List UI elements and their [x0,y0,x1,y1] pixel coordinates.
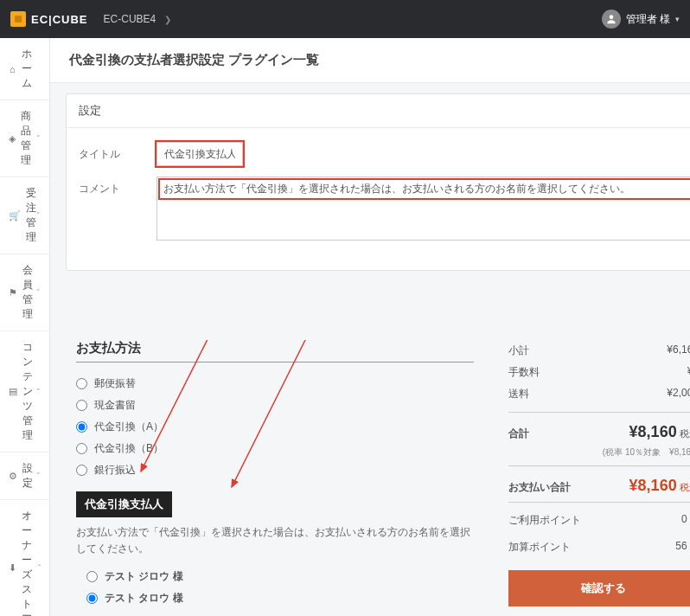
settings-panel: 設定 ▴ タイトル コメント お支 [66,93,690,271]
subtotal-val: ¥6,160 [667,343,690,358]
chevron-icon: ˅ [36,134,41,143]
payer-title-band: 代金引換支払人 [76,491,172,517]
svg-point-0 [609,15,613,19]
sidebar-icon: ▤ [9,386,17,397]
payer-option-1[interactable]: テスト タロウ 様 [86,587,474,609]
pay-method-0[interactable]: 郵便振替 [76,373,474,395]
pt-use-label: ご利用ポイント [508,513,581,528]
sidebar-item-0[interactable]: ⌂ホーム [0,38,49,100]
sidebar-label: コンテンツ管理 [22,340,36,443]
pay-total-label: お支払い合計 [508,480,571,495]
pay-method-label: 銀行振込 [94,463,136,478]
chevron-icon: ˆ [38,563,41,572]
tax-note: (税率 10％対象 ¥8,160) [508,446,690,459]
sidebar-item-2[interactable]: 🛒受注管理˅ [0,177,49,254]
sidebar-icon: 🛒 [9,210,21,221]
pay-method-radio[interactable] [76,378,87,389]
user-avatar-icon [602,10,621,29]
pay-method-radio[interactable] [76,443,87,454]
sidebar-item-6[interactable]: ⬇オーナーズストアˆ [0,500,49,616]
pay-method-1[interactable]: 現金書留 [76,395,474,416]
sidebar-icon: ⚙ [9,471,17,482]
pt-add-val: 56 pt [675,540,690,555]
title-input[interactable] [157,142,243,166]
sidebar-label: 設定 [22,461,36,491]
pay-method-radio[interactable] [76,465,87,476]
pay-method-title: お支払方法 [76,340,474,363]
sidebar-item-1[interactable]: ◈商品管理˅ [0,100,49,177]
pay-method-radio[interactable] [76,421,87,433]
sidebar-label: 会員管理 [22,263,36,322]
pay-method-label: 現金書留 [94,398,136,413]
pt-use-val: 0 pt [681,513,690,528]
sidebar: ⌂ホーム◈商品管理˅🛒受注管理˅⚑会員管理˅▤コンテンツ管理˅⚙設定˅⬇オーナー… [0,38,50,616]
chevron-icon: ˅ [36,388,41,396]
sidebar-label: 受注管理 [26,186,36,245]
payer-option-0[interactable]: テスト ジロウ 様 [86,566,474,587]
pay-method-label: 郵便振替 [94,376,136,391]
sidebar-icon: ⌂ [9,64,16,74]
field-title-label: タイトル [79,142,157,162]
sidebar-icon: ⬇ [9,562,16,574]
pay-method-4[interactable]: 銀行振込 [76,459,474,481]
confirm-button[interactable]: 確認する [508,570,690,606]
breadcrumb[interactable]: EC-CUBE4 ❯ [104,13,171,25]
pay-method-label: 代金引換（A） [94,420,163,434]
sidebar-label: ホーム [22,47,41,91]
payer-radio[interactable] [86,593,98,604]
logo-text: EC|CUBE [31,13,88,26]
pay-method-radio[interactable] [76,400,87,411]
payer-label: テスト タロウ 様 [105,591,183,606]
sidebar-item-4[interactable]: ▤コンテンツ管理˅ [0,331,49,452]
sidebar-item-5[interactable]: ⚙設定˅ [0,452,49,500]
pt-add-label: 加算ポイント [508,540,571,555]
ship-label: 送料 [508,387,529,401]
comment-highlight: お支払い方法で「代金引換」を選択された場合は、お支払いされる方のお名前を選択して… [158,178,690,200]
payer-radio[interactable] [86,571,98,582]
chevron-icon: ˅ [36,211,41,220]
user-menu[interactable]: 管理者 様 ▾ [602,10,680,29]
payer-desc: お支払い方法で「代金引換」を選択された場合は、お支払いされる方のお名前を選択して… [76,524,474,557]
pay-method-3[interactable]: 代金引換（B） [76,438,474,459]
pay-total-val: ¥8,160 [629,477,677,494]
sidebar-icon: ◈ [9,133,16,144]
field-comment-label: コメント [79,176,157,196]
pay-method-label: 代金引換（B） [94,441,163,456]
cube-icon [10,11,26,27]
ship-val: ¥2,000 [667,387,690,401]
fee-val: ¥0 [687,365,690,380]
topbar: EC|CUBE EC-CUBE4 ❯ 管理者 様 ▾ [0,0,690,38]
user-name: 管理者 様 [626,12,670,27]
panel-header[interactable]: 設定 ▴ [67,94,690,128]
total-val: ¥8,160 [629,423,677,440]
sidebar-label: 商品管理 [21,109,36,168]
chevron-right-icon: ❯ [164,15,171,24]
page-title: 代金引換の支払者選択設定 プラグイン一覧 [50,38,690,83]
sidebar-label: オーナーズストア [22,509,38,616]
sidebar-icon: ⚑ [9,287,17,298]
caret-down-icon: ▾ [675,15,680,23]
comment-textarea[interactable] [157,201,690,237]
pay-method-2[interactable]: 代金引換（A） [76,416,474,438]
logo[interactable]: EC|CUBE [10,11,88,27]
chevron-icon: ˅ [36,472,41,480]
subtotal-label: 小計 [508,343,529,358]
total-label: 合計 [508,427,529,441]
payer-label: テスト ジロウ 様 [105,569,183,584]
sidebar-item-3[interactable]: ⚑会員管理˅ [0,254,49,331]
fee-label: 手数料 [508,365,540,380]
chevron-icon: ˅ [36,288,41,297]
